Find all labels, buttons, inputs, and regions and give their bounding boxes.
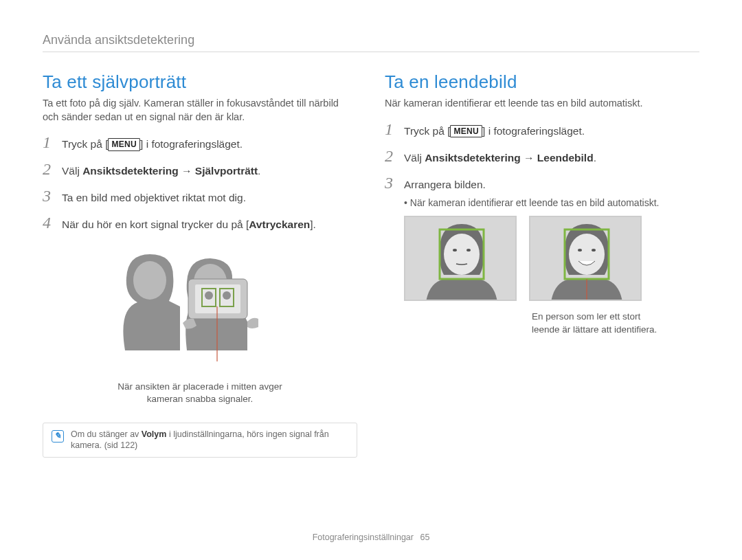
svg-point-17 xyxy=(592,249,596,251)
illustration-selfportrait: När ansikten är placerade i mitten avger… xyxy=(111,240,289,405)
step-text: Välj Ansiktsdetektering → Leendebild. xyxy=(404,150,699,166)
column-smileshot: Ta en leendebild När kameran identifiera… xyxy=(385,71,699,458)
text: När du hör en kort signal trycker du på … xyxy=(62,219,249,230)
footer-page: 65 xyxy=(420,533,429,542)
step-number: 4 xyxy=(43,214,62,232)
heading-selfportrait: Ta ett självporträtt xyxy=(43,71,357,93)
text-bold: Volym xyxy=(142,429,167,439)
step-number: 1 xyxy=(385,120,404,139)
text-bold: Avtryckaren xyxy=(249,219,310,230)
step-text: Arrangera bilden. xyxy=(404,177,699,192)
svg-point-10 xyxy=(444,234,480,275)
tip-box: ✎ Om du stänger av Volym i ljudinställni… xyxy=(43,423,357,458)
step-3-right: 3 Arrangera bilden. xyxy=(385,174,699,192)
column-selfportrait: Ta ett självporträtt Ta ett foto på dig … xyxy=(43,71,357,458)
step-1-left: 1 Tryck på [MENU] i fotograferingsläget. xyxy=(43,133,357,152)
menu-button-label: MENU xyxy=(450,125,482,138)
intro-selfportrait: Ta ett foto på dig själv. Kameran ställe… xyxy=(43,97,357,124)
face-smile-svg xyxy=(530,217,642,301)
text: ] i fotograferingsläget. xyxy=(482,125,585,137)
step-3-bullet: När kameran identifierar ett leende tas … xyxy=(404,197,699,210)
step-number: 2 xyxy=(385,147,404,166)
selfie-svg xyxy=(111,240,289,361)
steps-smileshot: 1 Tryck på [MENU] i fotograferingsläget.… xyxy=(385,120,699,192)
heading-smileshot: Ta en leendebild xyxy=(385,71,699,93)
menu-button-label: MENU xyxy=(108,138,140,151)
note-icon: ✎ xyxy=(52,430,64,443)
step-text: Välj Ansiktsdetektering → Självporträtt. xyxy=(62,164,357,179)
smile-examples xyxy=(404,216,699,301)
step-2-right: 2 Välj Ansiktsdetektering → Leendebild. xyxy=(385,147,699,166)
svg-point-12 xyxy=(466,249,471,251)
smile-caption: En person som ler ett stort leende är lä… xyxy=(532,311,669,335)
step-text: Tryck på [MENU] i fotograferingsläget. xyxy=(62,137,357,152)
step-3-left: 3 Ta en bild med objektivet riktat mot d… xyxy=(43,187,357,205)
face-frame-neutral xyxy=(404,216,517,301)
text: . xyxy=(258,165,260,177)
svg-point-0 xyxy=(133,261,166,300)
text: Välj xyxy=(62,165,82,177)
text: . xyxy=(594,152,596,164)
text: Tryck på [ xyxy=(62,138,108,150)
step-text: Ta en bild med objektivet riktat mot dig… xyxy=(62,190,357,205)
svg-point-5 xyxy=(205,291,213,300)
breadcrumb: Använda ansiktsdetektering xyxy=(43,33,699,47)
footer-section: Fotograferingsinställningar xyxy=(313,533,414,542)
text-bold: Ansiktsdetektering → Självporträtt xyxy=(82,165,258,177)
header-divider xyxy=(43,52,699,52)
step-number: 2 xyxy=(43,160,62,179)
tip-text: Om du stänger av Volym i ljudinställning… xyxy=(71,429,348,452)
text: ]. xyxy=(310,219,316,230)
svg-point-11 xyxy=(453,249,457,251)
step-4-left: 4 När du hör en kort signal trycker du p… xyxy=(43,214,357,232)
step-2-left: 2 Välj Ansiktsdetektering → Självporträt… xyxy=(43,160,357,179)
step-1-right: 1 Tryck på [MENU] i fotograferingsläget. xyxy=(385,120,699,139)
svg-point-16 xyxy=(578,249,582,251)
step-text: När du hör en kort signal trycker du på … xyxy=(62,217,357,232)
face-neutral-svg xyxy=(405,217,517,301)
step-number: 1 xyxy=(43,133,62,152)
text-bold: Ansiktsdetektering → Leendebild xyxy=(425,152,593,164)
svg-point-15 xyxy=(569,234,605,275)
footer: Fotograferingsinställningar 65 xyxy=(0,533,742,542)
text: ] i fotograferingsläget. xyxy=(140,138,243,150)
face-frame-smile xyxy=(529,216,642,301)
intro-smileshot: När kameran identifierar ett leende tas … xyxy=(385,97,699,111)
text: Tryck på [ xyxy=(404,125,450,137)
text: Välj xyxy=(404,152,425,164)
text: Om du stänger av xyxy=(71,429,142,439)
step-text: Tryck på [MENU] i fotograferingsläget. xyxy=(404,124,699,139)
step-number: 3 xyxy=(43,187,62,205)
steps-selfportrait: 1 Tryck på [MENU] i fotograferingsläget.… xyxy=(43,133,357,232)
svg-point-7 xyxy=(223,291,231,300)
content-columns: Ta ett självporträtt Ta ett foto på dig … xyxy=(43,71,699,458)
step-number: 3 xyxy=(385,174,404,192)
callout-selfportrait: När ansikten är placerade i mitten avger… xyxy=(111,381,289,405)
